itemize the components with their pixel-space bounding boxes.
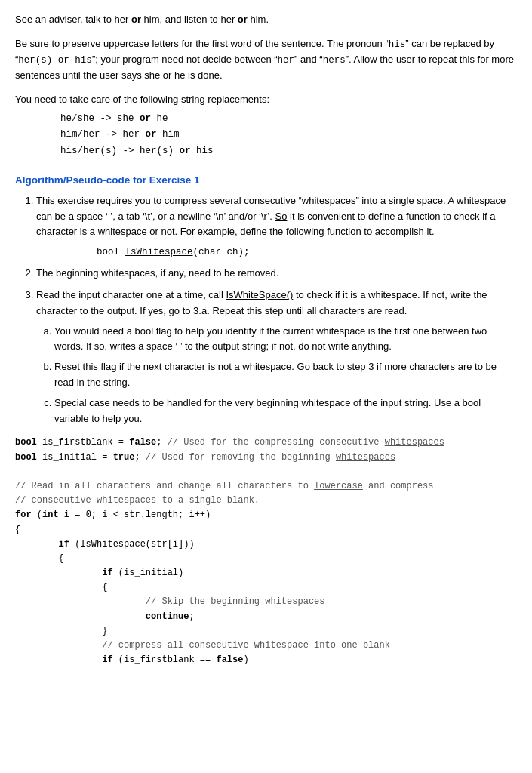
replacements-intro: You need to take care of the following s… <box>15 92 517 108</box>
replacement-item-3: his/her(s) -> her(s) or his <box>60 143 517 159</box>
algorithm-list: This exercise requires you to compress s… <box>15 193 517 427</box>
algorithm-subitem-c: Special case needs to be handled for the… <box>54 396 517 427</box>
preserve-paragraph: Be sure to preserve uppercase letters fo… <box>15 36 517 84</box>
bool-function-code: bool IsWhitespace(char ch); <box>36 245 517 260</box>
replacements-list: he/she -> she or he him/her -> her or hi… <box>15 111 517 159</box>
algorithm-title: Algorithm/Pseudo-code for Exercise 1 <box>15 174 517 186</box>
replacement-item-1: he/she -> she or he <box>60 111 517 127</box>
algorithm-item-3: Read the input character one at a time, … <box>36 288 517 427</box>
code-line-14: // compress all consecutive whitespace i… <box>15 639 517 653</box>
code-line-9: if (is_initial) <box>15 566 517 581</box>
algorithm-item-1: This exercise requires you to compress s… <box>36 193 517 260</box>
algorithm-subitem-a: You would need a bool flag to help you i… <box>54 324 517 356</box>
code-line-8: { <box>15 552 517 566</box>
code-line-5: for (int i = 0; i < str.length; i++) <box>15 508 517 522</box>
code-line-7: if (IsWhitespace(str[i])) <box>15 537 517 552</box>
algorithm-section: Algorithm/Pseudo-code for Exercise 1 Thi… <box>15 174 517 427</box>
code-line-2: bool is_initial = true; // Used for remo… <box>15 451 517 465</box>
algorithm-item-2: The beginning whitespaces, if any, need … <box>36 266 517 282</box>
algorithm-sublist: You would need a bool flag to help you i… <box>36 324 517 427</box>
code-line-12: continue; <box>15 610 517 624</box>
code-line-10: { <box>15 581 517 595</box>
code-line-11: // Skip the beginning whitespaces <box>15 595 517 609</box>
replacements-section: You need to take care of the following s… <box>15 92 517 159</box>
code-block: bool is_firstblank = false; // Used for … <box>15 436 517 667</box>
code-line-3: // Read in all characters and change all… <box>15 479 517 494</box>
code-line-15: if (is_firstblank == false) <box>15 653 517 667</box>
replacement-item-2: him/her -> her or him <box>60 127 517 143</box>
code-line-1: bool is_firstblank = false; // Used for … <box>15 436 517 450</box>
code-line-6: { <box>15 523 517 537</box>
algorithm-subitem-b: Reset this flag if the next character is… <box>54 359 517 391</box>
intro-paragraph: See an adviser, talk to her or him, and … <box>15 12 517 27</box>
code-line-4: // consecutive whitespaces to a single b… <box>15 494 517 508</box>
code-line-13: } <box>15 624 517 639</box>
